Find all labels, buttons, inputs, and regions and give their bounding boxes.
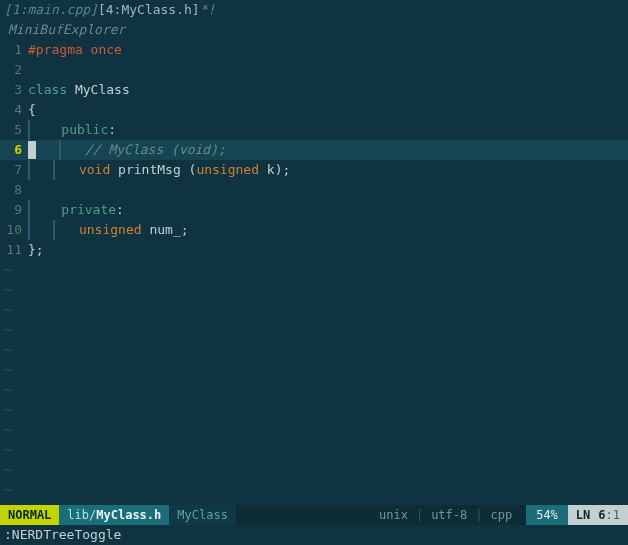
empty-line-marker: ~ xyxy=(0,360,628,380)
class-name: MyClass xyxy=(75,82,130,97)
arg-name: k xyxy=(267,162,275,177)
empty-line-marker: ~ xyxy=(0,460,628,480)
empty-lines: ~~~~~~~~~~~~ xyxy=(0,260,628,500)
file-encoding: utf-8 xyxy=(425,505,473,525)
file-info: unix| utf-8| cpp xyxy=(365,505,526,525)
line-number: 4 xyxy=(0,100,28,120)
empty-line-marker: ~ xyxy=(0,300,628,320)
code-line[interactable]: 7 void printMsg (unsigned k); xyxy=(0,160,628,180)
minibuf-explorer-label: MiniBufExplorer xyxy=(0,20,628,40)
line-number: 10 xyxy=(0,220,28,240)
line-number: 5 xyxy=(0,120,28,140)
line-number: 1 xyxy=(0,40,28,60)
code-area[interactable]: 1 #pragma once 2 3 class MyClass 4 { 5 p… xyxy=(0,40,628,500)
code-line[interactable]: 11 }; xyxy=(0,240,628,260)
file-type: cpp xyxy=(484,505,518,525)
scroll-percent: 54% xyxy=(526,505,568,525)
code-line[interactable]: 4 { xyxy=(0,100,628,120)
empty-line-marker: ~ xyxy=(0,280,628,300)
ln-label: LN xyxy=(568,505,598,525)
comment: // MyClass (void); xyxy=(85,142,226,157)
mode-indicator: NORMAL xyxy=(0,505,59,525)
brace-close: }; xyxy=(28,242,44,257)
tag-name: MyClass xyxy=(169,505,236,525)
line-number-current: 6 xyxy=(0,140,28,160)
empty-line-marker: ~ xyxy=(0,340,628,360)
type-unsigned: unsigned xyxy=(196,162,259,177)
line-number: 11 xyxy=(0,240,28,260)
line-number: 9 xyxy=(0,200,28,220)
statusline: NORMAL lib/MyClass.h MyClass unix| utf-8… xyxy=(0,505,628,525)
line-number: 7 xyxy=(0,160,28,180)
code-line-current[interactable]: 6 // MyClass (void); xyxy=(0,140,628,160)
fn-name: printMsg xyxy=(118,162,181,177)
line-number: 2 xyxy=(0,60,28,80)
file-path: lib/MyClass.h xyxy=(59,505,169,525)
statusline-spacer xyxy=(236,505,365,525)
empty-line-marker: ~ xyxy=(0,440,628,460)
tab-main-cpp[interactable]: [1:main.cpp] xyxy=(4,2,98,17)
pragma-arg: once xyxy=(83,42,122,57)
access-private: private xyxy=(61,202,116,217)
code-line[interactable]: 9 private: xyxy=(0,200,628,220)
file-format: unix xyxy=(373,505,414,525)
empty-line-marker: ~ xyxy=(0,420,628,440)
code-line[interactable]: 1 #pragma once xyxy=(0,40,628,60)
editor-window: { "tabs": { "inactive": "[1:main.cpp]", … xyxy=(0,0,628,545)
code-line[interactable]: 10 unsigned num_; xyxy=(0,220,628,240)
code-line[interactable]: 2 xyxy=(0,60,628,80)
line-number: 8 xyxy=(0,180,28,200)
empty-line-marker: ~ xyxy=(0,480,628,500)
access-public: public xyxy=(61,122,108,137)
code-line[interactable]: 8 xyxy=(0,180,628,200)
tab-modified-marker: *! xyxy=(200,2,216,17)
tab-myclass-h[interactable]: [4:MyClass.h] xyxy=(98,2,200,17)
empty-line-marker: ~ xyxy=(0,260,628,280)
cursor-position: 6:1 xyxy=(598,505,628,525)
type-void: void xyxy=(79,162,110,177)
type-unsigned: unsigned xyxy=(79,222,142,237)
tab-bar[interactable]: [1:main.cpp][4:MyClass.h]*! xyxy=(0,0,628,20)
line-number: 3 xyxy=(0,80,28,100)
brace-open: { xyxy=(28,102,36,117)
code-line[interactable]: 3 class MyClass xyxy=(0,80,628,100)
empty-line-marker: ~ xyxy=(0,400,628,420)
empty-line-marker: ~ xyxy=(0,320,628,340)
member-name: num_ xyxy=(149,222,180,237)
command-line[interactable]: :NERDTreeToggle xyxy=(0,525,628,545)
pragma-keyword: #pragma xyxy=(28,42,83,57)
cursor xyxy=(28,141,36,159)
class-keyword: class xyxy=(28,82,67,97)
code-line[interactable]: 5 public: xyxy=(0,120,628,140)
empty-line-marker: ~ xyxy=(0,380,628,400)
